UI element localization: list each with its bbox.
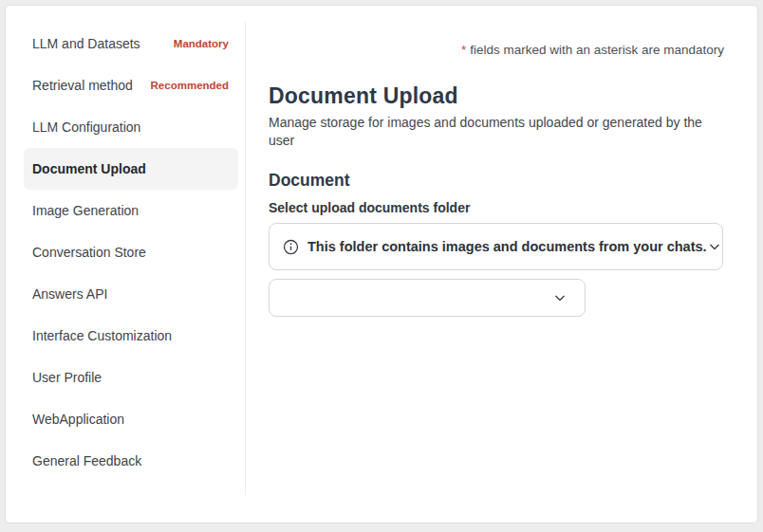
sidebar-item-llm-and-datasets[interactable]: LLM and Datasets Mandatory xyxy=(24,23,238,64)
settings-card: LLM and Datasets Mandatory Retrieval met… xyxy=(5,5,758,523)
sidebar-item-image-generation[interactable]: Image Generation xyxy=(24,190,238,231)
mandatory-note-text: fields marked with an asterisk are manda… xyxy=(466,43,724,57)
sidebar-item-label: User Profile xyxy=(32,370,102,385)
sidebar-item-llm-configuration[interactable]: LLM Configuration xyxy=(24,106,238,148)
chevron-down-icon xyxy=(552,290,568,305)
page-subtitle: Manage storage for images and documents … xyxy=(269,114,724,150)
sidebar-item-retrieval-method[interactable]: Retrieval method Recommended xyxy=(24,64,238,106)
chevron-down-icon xyxy=(707,239,722,254)
sidebar-item-label: WebApplication xyxy=(32,412,124,427)
info-icon xyxy=(283,239,299,255)
page-title: Document Upload xyxy=(269,83,724,110)
sidebar-item-label: Image Generation xyxy=(32,203,139,218)
sidebar-item-label: Document Upload xyxy=(32,161,146,176)
sidebar-item-answers-api[interactable]: Answers API xyxy=(24,273,238,315)
document-section-heading: Document xyxy=(269,170,724,192)
sidebar-item-label: Retrieval method xyxy=(32,78,133,93)
sidebar-item-label: Conversation Store xyxy=(32,245,146,260)
mandatory-badge: Mandatory xyxy=(174,38,229,49)
upload-folder-select-value: This folder contains images and document… xyxy=(307,239,707,254)
sidebar-item-interface-customization[interactable]: Interface Customization xyxy=(24,315,238,357)
document-upload-panel: * fields marked with an asterisk are man… xyxy=(246,6,757,523)
sidebar-item-label: LLM Configuration xyxy=(32,119,140,135)
sidebar-item-general-feedback[interactable]: General Feedback xyxy=(24,440,238,482)
recommended-badge: Recommended xyxy=(151,80,229,91)
settings-sidebar: LLM and Datasets Mandatory Retrieval met… xyxy=(6,6,246,523)
sidebar-item-label: LLM and Datasets xyxy=(32,36,140,51)
secondary-folder-select[interactable] xyxy=(269,279,586,317)
mandatory-fields-note: * fields marked with an asterisk are man… xyxy=(269,42,724,59)
upload-folder-select[interactable]: This folder contains images and document… xyxy=(269,223,723,270)
sidebar-item-conversation-store[interactable]: Conversation Store xyxy=(24,231,238,273)
sidebar-item-document-upload[interactable]: Document Upload xyxy=(24,148,238,190)
folder-select-label: Select upload documents folder xyxy=(269,199,724,216)
sidebar-item-label: Answers API xyxy=(32,286,107,302)
sidebar-item-label: General Feedback xyxy=(32,453,141,468)
sidebar-divider xyxy=(245,22,246,495)
sidebar-item-webapplication[interactable]: WebApplication xyxy=(24,398,238,440)
sidebar-item-label: Interface Customization xyxy=(32,328,172,343)
sidebar-item-user-profile[interactable]: User Profile xyxy=(24,357,238,398)
